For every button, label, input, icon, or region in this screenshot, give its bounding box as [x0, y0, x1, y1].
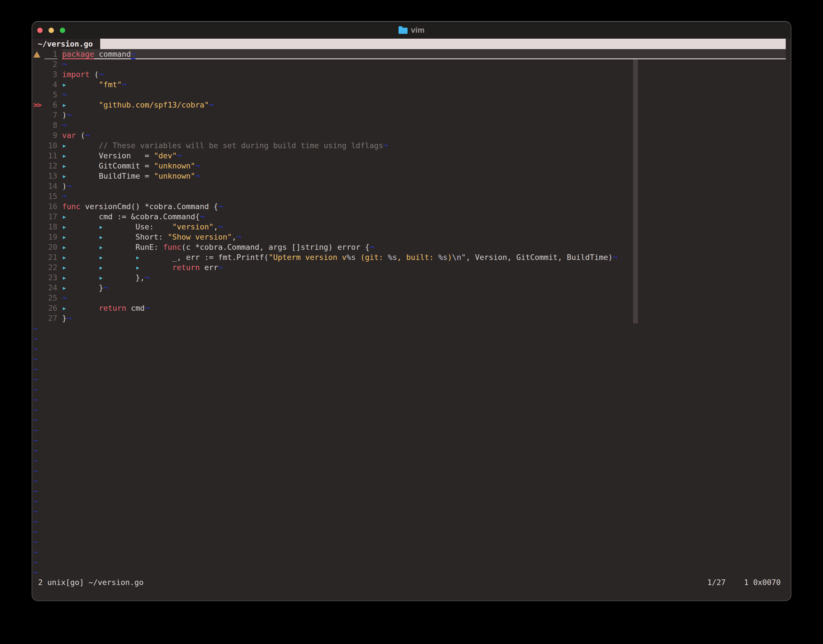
close-button[interactable] [37, 28, 43, 33]
line-content: var (¬ [62, 130, 786, 141]
sign-column [32, 212, 44, 222]
sign-column [32, 201, 44, 212]
code-line[interactable]: 25¬ [32, 293, 786, 303]
line-number: 6 [44, 100, 57, 110]
tilde-line: ~ [32, 364, 786, 374]
line-content: ¬ [62, 293, 786, 303]
code-line[interactable]: 24▸ }¬ [32, 283, 786, 293]
code-line[interactable]: 21▸ ▸ ▸ _, err := fmt.Printf("Upterm ver… [32, 252, 786, 262]
tilde-line: ~ [32, 354, 786, 364]
tilde-line: ~ [32, 344, 786, 354]
sign-column [32, 69, 44, 80]
code-line[interactable]: >>6▸ "github.com/spf13/cobra"¬ [32, 100, 786, 110]
line-content: }¬ [62, 313, 786, 324]
tilde-line: ~ [32, 334, 786, 344]
code-line[interactable]: 4▸ "fmt"¬ [32, 80, 786, 90]
minimize-button[interactable] [49, 28, 54, 33]
code-line[interactable]: 13▸ BuildTime = "unknown"¬ [32, 171, 786, 181]
tilde-line: ~ [32, 466, 786, 476]
tilde-line: ~ [32, 557, 786, 567]
code-line[interactable]: 3import (¬ [32, 69, 786, 80]
line-number: 17 [44, 212, 57, 222]
code-line[interactable]: 17▸ cmd := &cobra.Command{¬ [32, 212, 786, 222]
code-line[interactable]: 8¬ [32, 120, 786, 130]
tilde-line: ~ [32, 394, 786, 405]
sign-column [32, 90, 44, 100]
line-number: 24 [44, 283, 57, 293]
code-line[interactable]: 26▸ return cmd¬ [32, 303, 786, 313]
sign-column [32, 232, 44, 242]
line-content: ¬ [62, 59, 786, 69]
line-content: ▸ return cmd¬ [62, 303, 786, 313]
tilde-line: ~ [32, 415, 786, 425]
line-content: ▸ ▸ Use: "version",¬ [62, 222, 786, 232]
sign-column [32, 171, 44, 181]
line-number: 10 [44, 141, 57, 151]
code-line[interactable]: 7)¬ [32, 110, 786, 120]
titlebar[interactable]: vim [32, 22, 791, 39]
line-content: ▸ "github.com/spf13/cobra"¬ [62, 100, 786, 110]
tilde-line: ~ [32, 445, 786, 455]
code-line[interactable]: 16func versionCmd() *cobra.Command {¬ [32, 201, 786, 212]
line-number: 13 [44, 171, 57, 181]
line-number: 15 [44, 191, 57, 201]
line-number: 23 [44, 273, 57, 283]
code-line[interactable]: 10▸ // These variables will be set durin… [32, 141, 786, 151]
code-line[interactable]: 11▸ Version = "dev"¬ [32, 151, 786, 161]
line-number: 3 [44, 69, 57, 80]
sign-column [32, 293, 44, 303]
zoom-button[interactable] [60, 28, 65, 33]
line-content: ▸ Version = "dev"¬ [62, 151, 786, 161]
statusline-position-info: 1/27 1 0x0070 [707, 577, 781, 587]
tilde-line: ~ [32, 476, 786, 486]
line-content: ▸ ▸ ▸ return err¬ [62, 262, 786, 273]
code-line[interactable]: 1package command¬ [32, 49, 786, 59]
code-line[interactable]: 27}¬ [32, 313, 786, 324]
tab-version-go[interactable]: ~/version.go [32, 39, 100, 49]
code-line[interactable]: 12▸ GitCommit = "unknown"¬ [32, 161, 786, 171]
line-number: 26 [44, 303, 57, 313]
code-line[interactable]: 5¬ [32, 90, 786, 100]
sign-column [32, 283, 44, 293]
sign-column [32, 141, 44, 151]
error-sign: >> [32, 100, 44, 110]
line-number: 14 [44, 181, 57, 191]
sign-column [32, 151, 44, 161]
tilde-line: ~ [32, 506, 786, 517]
code-line[interactable]: 22▸ ▸ ▸ return err¬ [32, 262, 786, 273]
statusline-file-info: 2 unix[go] ~/version.go [38, 577, 144, 587]
code-line[interactable]: 18▸ ▸ Use: "version",¬ [32, 222, 786, 232]
line-number: 16 [44, 201, 57, 212]
line-number: 20 [44, 242, 57, 252]
sign-column [32, 120, 44, 130]
code-line[interactable]: 23▸ ▸ },¬ [32, 273, 786, 283]
line-content: ▸ GitCommit = "unknown"¬ [62, 161, 786, 171]
line-content: ▸ "fmt"¬ [62, 80, 786, 90]
sign-column [32, 49, 44, 59]
line-content: import (¬ [62, 69, 786, 80]
line-number: 9 [44, 130, 57, 141]
tilde-line: ~ [32, 547, 786, 557]
code-line[interactable]: 14)¬ [32, 181, 786, 191]
code-line[interactable]: 9var (¬ [32, 130, 786, 141]
line-content: ¬ [62, 120, 786, 130]
line-number: 2 [44, 59, 57, 69]
code-line[interactable]: 19▸ ▸ Short: "Show version",¬ [32, 232, 786, 242]
tilde-line: ~ [32, 374, 786, 384]
sign-column [32, 313, 44, 324]
tilde-line: ~ [32, 527, 786, 537]
sign-column [32, 130, 44, 141]
line-number: 25 [44, 293, 57, 303]
code-area[interactable]: 1package command¬2¬3import (¬4▸ "fmt"¬5¬… [32, 49, 791, 577]
sign-column [32, 59, 44, 69]
code-line[interactable]: 15¬ [32, 191, 786, 201]
sign-column [32, 303, 44, 313]
tilde-line: ~ [32, 435, 786, 445]
sign-column [32, 110, 44, 120]
code-line[interactable]: 20▸ ▸ RunE: func(c *cobra.Command, args … [32, 242, 786, 252]
code-line[interactable]: 2¬ [32, 59, 786, 69]
tilde-line: ~ [32, 517, 786, 527]
vim-tabline: ~/version.go [32, 39, 791, 49]
vim-statusline: 2 unix[go] ~/version.go 1/27 1 0x0070 [32, 577, 791, 587]
sign-column [32, 161, 44, 171]
